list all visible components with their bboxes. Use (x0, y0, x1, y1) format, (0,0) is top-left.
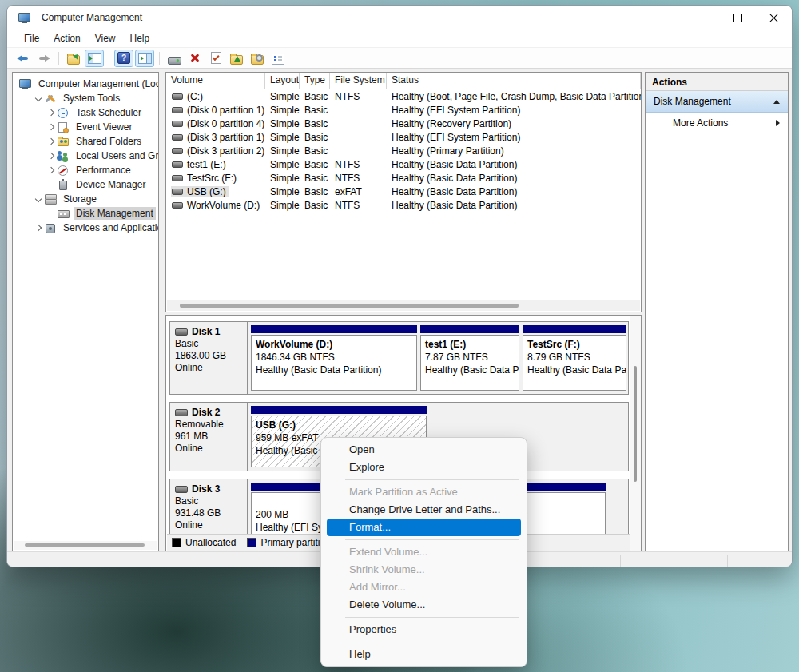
status-cell: Healthy (Boot, Page File, Crash Dump, Ba… (387, 91, 641, 102)
tree-item-disk-management[interactable]: Disk Management (13, 206, 158, 221)
partition-testsrc-f[interactable]: TestSrc (F:)8.79 GB NTFSHealthy (Basic D… (523, 325, 626, 391)
type-cell: Basic (300, 186, 330, 197)
menu-item-help[interactable]: Help (327, 646, 521, 663)
menu-item-explore[interactable]: Explore (327, 459, 521, 476)
column-header-volume[interactable]: Volume (166, 73, 265, 89)
chevron-right-icon[interactable] (45, 153, 57, 158)
tree-item-local-users-and-groups[interactable]: Local Users and Groups (13, 149, 158, 163)
maximize-button[interactable] (720, 6, 756, 30)
menubar-item-action[interactable]: Action (46, 33, 87, 44)
disk-view-vscrollbar-thumb[interactable] (634, 366, 637, 482)
tree-item-event-viewer[interactable]: Event Viewer (13, 120, 158, 134)
attach-vhd-button[interactable] (165, 50, 184, 67)
menu-item-extend-volume[interactable]: Extend Volume... (327, 543, 521, 561)
tree-item-shared-folders[interactable]: Shared Folders (13, 134, 158, 149)
collapse-icon[interactable] (773, 100, 780, 104)
volume-name: (C:) (171, 91, 205, 102)
explore-folder-button[interactable] (248, 50, 267, 67)
set-active-button[interactable] (206, 50, 225, 67)
actions-group-disk-management[interactable]: Disk Management (646, 91, 788, 113)
chevron-right-icon[interactable] (45, 110, 57, 115)
layout-cell: Simple (265, 159, 300, 170)
disk-icon (175, 409, 188, 416)
menu-item-mark-partition-as-active[interactable]: Mark Partition as Active (327, 483, 521, 501)
volume-row-c[interactable]: (C:)SimpleBasicNTFSHealthy (Boot, Page F… (166, 89, 641, 103)
primary-partition-swatch (247, 538, 256, 547)
tree-hscrollbar-thumb[interactable] (25, 543, 145, 547)
chevron-right-icon[interactable] (32, 225, 44, 230)
volume-row-disk-0-partition-1[interactable]: (Disk 0 partition 1)SimpleBasicHealthy (… (166, 103, 641, 117)
menubar-item-view[interactable]: View (88, 33, 123, 44)
layout-cell: Simple (265, 145, 300, 157)
disk-view-vscrollbar[interactable] (630, 316, 641, 551)
disk-2-label[interactable]: Disk 2Removable961 MBOnline (170, 403, 248, 471)
menubar-item-help[interactable]: Help (123, 33, 157, 44)
volume-name: (Disk 0 partition 1) (171, 105, 265, 116)
column-header-status[interactable]: Status (387, 73, 641, 89)
volume-row-usb-g[interactable]: USB (G:)SimpleBasicexFATHealthy (Basic D… (166, 185, 641, 198)
show-console-tree-button[interactable] (85, 50, 104, 67)
tree-hscrollbar[interactable] (14, 541, 157, 550)
volume-row-disk-3-partition-1[interactable]: (Disk 3 partition 1)SimpleBasicHealthy (… (166, 130, 641, 144)
volume-list-hscrollbar-thumb[interactable] (180, 304, 519, 308)
partition-name: test1 (E:) (425, 338, 515, 351)
chevron-right-icon[interactable] (45, 168, 57, 173)
partition-test1-e[interactable]: test1 (E:)7.87 GB NTFSHealthy (Basic Dat… (420, 325, 519, 391)
export-folder-button[interactable] (64, 50, 83, 67)
volume-row-disk-3-partition-2[interactable]: (Disk 3 partition 2)SimpleBasicHealthy (… (166, 144, 641, 157)
disk-icon (172, 175, 183, 181)
menu-item-properties[interactable]: Properties (327, 621, 521, 638)
show-action-pane-button[interactable] (135, 50, 154, 67)
chevron-down-icon[interactable] (32, 197, 44, 201)
menubar-item-file[interactable]: File (17, 33, 46, 44)
column-header-file-system[interactable]: File System (330, 73, 387, 89)
help-button[interactable] (114, 50, 133, 67)
disk-1-label[interactable]: Disk 1Basic1863.00 GBOnline (170, 322, 248, 394)
menu-item-shrink-volume[interactable]: Shrink Volume... (327, 561, 521, 579)
context-menu: OpenExploreMark Partition as ActiveChang… (320, 437, 527, 667)
open-folder-button[interactable] (227, 50, 246, 67)
tree-item-device-manager[interactable]: Device Manager (13, 177, 158, 192)
delete-volume-button[interactable] (185, 50, 205, 67)
volume-label: USB (G:) (187, 186, 226, 197)
back-button[interactable] (14, 50, 33, 67)
tree-item-task-scheduler[interactable]: Task Scheduler (13, 105, 158, 120)
close-button[interactable] (756, 6, 792, 30)
tree-item-label: Shared Folders (74, 135, 144, 148)
volume-row-test1-e[interactable]: test1 (E:)SimpleBasicNTFSHealthy (Basic … (166, 157, 641, 171)
chevron-right-icon[interactable] (45, 125, 57, 129)
window-title: Computer Management (42, 12, 142, 23)
menu-item-delete-volume[interactable]: Delete Volume... (327, 596, 521, 614)
tree-item-performance[interactable]: Performance (13, 163, 158, 177)
partition-workvolume-d[interactable]: WorkVolume (D:)1846.34 GB NTFSHealthy (B… (251, 325, 417, 391)
type-cell: Basic (300, 132, 330, 143)
volume-row-testsrc-f[interactable]: TestSrc (F:)SimpleBasicNTFSHealthy (Basi… (166, 171, 641, 185)
chevron-down-icon[interactable] (32, 96, 44, 101)
tree-item-system-tools[interactable]: System Tools (13, 91, 158, 105)
chevron-right-icon[interactable] (45, 139, 57, 144)
status-cell: Healthy (EFI System Partition) (387, 132, 641, 143)
filesystem-cell: exFAT (330, 186, 387, 197)
menu-item-open[interactable]: Open (327, 441, 521, 459)
volume-row-workvolume-d[interactable]: WorkVolume (D:)SimpleBasicNTFSHealthy (B… (166, 198, 641, 212)
minimize-button[interactable] (684, 6, 720, 30)
show-console-tree-icon (88, 53, 101, 64)
tree-item-storage[interactable]: Storage (13, 192, 158, 206)
more-actions[interactable]: More Actions (646, 113, 788, 133)
menu-item-add-mirror[interactable]: Add Mirror... (327, 579, 521, 596)
menu-item-change-drive-letter-and-paths[interactable]: Change Drive Letter and Paths... (327, 501, 521, 519)
menu-item-format[interactable]: Format... (327, 519, 521, 536)
type-cell: Basic (300, 200, 330, 211)
shared-folders-icon (57, 136, 70, 147)
volume-row-disk-0-partition-4[interactable]: (Disk 0 partition 4)SimpleBasicHealthy (… (166, 117, 641, 130)
tree-item-services-and-applications[interactable]: Services and Applications (13, 221, 158, 235)
checklist-button[interactable] (268, 50, 288, 67)
system-tools-icon (44, 93, 58, 104)
column-header-type[interactable]: Type (300, 73, 330, 89)
volume-list-hscrollbar[interactable] (167, 300, 640, 311)
forward-button[interactable] (34, 50, 54, 67)
tree-item-computer-management-local[interactable]: Computer Management (Local (13, 77, 158, 91)
column-header-layout[interactable]: Layout (265, 73, 300, 89)
title-bar[interactable]: Computer Management (7, 6, 792, 30)
filesystem-cell: NTFS (330, 173, 387, 184)
